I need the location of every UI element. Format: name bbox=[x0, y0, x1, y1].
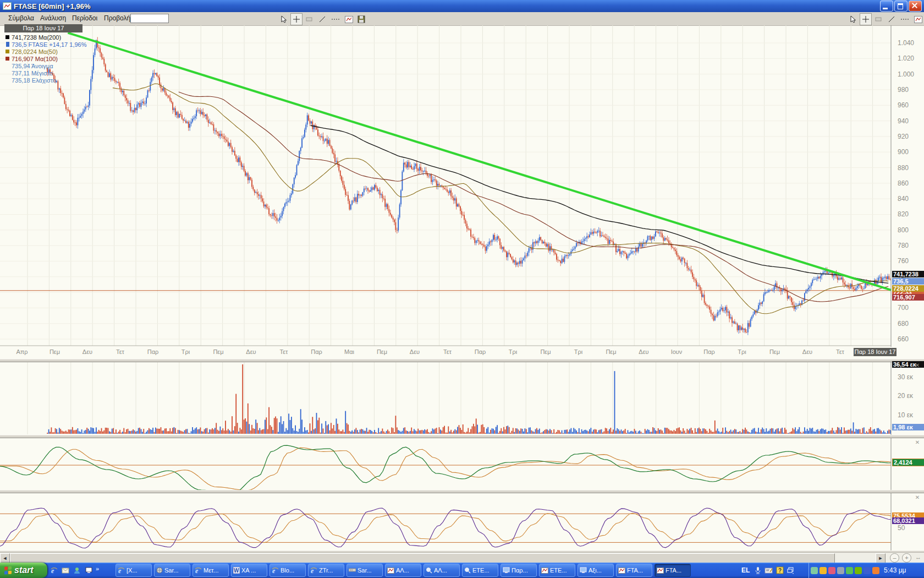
price-tick: 1.000 bbox=[898, 70, 914, 78]
x-label-12: Πεμ bbox=[377, 348, 387, 355]
box-tool[interactable] bbox=[872, 13, 884, 25]
menu-1[interactable]: Σύμβολα bbox=[4, 14, 38, 23]
menu-bar: ΣύμβολαΑνάλυσηΠερίοδοιΠροβολή bbox=[0, 12, 924, 26]
microphone-icon[interactable] bbox=[753, 566, 762, 575]
x-label-23: Τρι bbox=[738, 348, 746, 355]
taskbar-window-button-7[interactable]: Sar... bbox=[346, 564, 383, 577]
window-title: FTASE [60min] +1,96% bbox=[14, 2, 91, 10]
chart-tool[interactable] bbox=[912, 13, 924, 25]
crosshair-tool[interactable] bbox=[860, 13, 872, 25]
close-button[interactable] bbox=[909, 1, 922, 12]
scrollbar-thumb[interactable] bbox=[10, 553, 835, 563]
start-button[interactable]: start bbox=[0, 563, 47, 578]
fit-width-button[interactable]: ↔ bbox=[914, 553, 922, 561]
taskbar-window-button-15[interactable]: FTA... bbox=[654, 564, 691, 577]
scheduler-tray-icon[interactable] bbox=[872, 567, 879, 574]
zoom-out-button[interactable]: – bbox=[890, 553, 899, 563]
oscillator-panel[interactable] bbox=[0, 437, 924, 490]
shield-tray-icon[interactable] bbox=[820, 567, 827, 574]
taskbar-window-button-1[interactable]: e[Χ... bbox=[116, 564, 152, 577]
scroll-right-button[interactable]: ► bbox=[876, 553, 886, 563]
taskbar-window-button-10[interactable]: ΕΤΕ... bbox=[462, 564, 498, 577]
line-tool[interactable] bbox=[316, 13, 328, 25]
status-tray-icon[interactable] bbox=[846, 567, 853, 574]
messenger-icon[interactable] bbox=[72, 565, 82, 576]
taskbar-window-button-14[interactable]: FTA... bbox=[616, 564, 652, 577]
crosshair-tool[interactable] bbox=[290, 13, 302, 25]
volume-tray-icon[interactable] bbox=[837, 567, 844, 574]
menu-3[interactable]: Περίοδοι bbox=[68, 14, 101, 23]
panel-splitter-1[interactable] bbox=[0, 359, 924, 362]
save-tool[interactable] bbox=[355, 13, 367, 25]
oscillator-close-icon[interactable]: ✕ bbox=[914, 439, 921, 446]
taskbar-window-button-13[interactable]: Αξι... bbox=[578, 564, 614, 577]
menu-4[interactable]: Προβολή bbox=[100, 14, 134, 23]
user-tray-icon[interactable] bbox=[811, 567, 818, 574]
menu-2[interactable]: Ανάλυση bbox=[36, 14, 70, 23]
price-value-label: 716,907 bbox=[892, 294, 924, 301]
volume-close-icon[interactable]: ✕ bbox=[914, 362, 921, 369]
chart-tool[interactable] bbox=[343, 13, 355, 25]
globe-icon bbox=[156, 567, 163, 574]
taskbar-window-button-2[interactable]: Sar... bbox=[154, 564, 190, 577]
symbol-search-input[interactable] bbox=[130, 14, 169, 23]
price-tick: 980 bbox=[898, 86, 909, 94]
chart-icon bbox=[657, 568, 664, 574]
language-indicator[interactable]: EL bbox=[741, 566, 750, 574]
language-bar-options-icon[interactable] bbox=[786, 566, 795, 575]
scroll-left-button[interactable]: ◄ bbox=[0, 553, 10, 563]
help-icon[interactable]: ? bbox=[775, 566, 784, 575]
taskbar-window-button-8[interactable]: ΑΛ... bbox=[385, 564, 421, 577]
taskbar-window-button-12[interactable]: ΕΤΕ... bbox=[539, 564, 575, 577]
stochastic-panel[interactable] bbox=[0, 492, 924, 550]
x-label-5: Παρ bbox=[147, 348, 159, 355]
taskbar-window-button-9[interactable]: ΑΛ... bbox=[424, 564, 460, 577]
minimize-button[interactable] bbox=[880, 1, 893, 12]
taskbar-window-button-4[interactable]: WΧΑ ... bbox=[231, 564, 267, 577]
x-label-26: Τετ bbox=[836, 348, 844, 355]
horizontal-scrollbar[interactable]: ◄ ► – + ↔ bbox=[0, 552, 924, 563]
volume-panel[interactable] bbox=[0, 361, 924, 435]
lang-flag-tray-icon[interactable] bbox=[864, 567, 871, 574]
taskbar-window-button-6[interactable]: eZTr... bbox=[308, 564, 344, 577]
nvidia-tray-icon[interactable] bbox=[855, 567, 862, 574]
price-tick: 960 bbox=[898, 101, 909, 109]
ie-icon: e bbox=[272, 567, 279, 574]
price-tick: 760 bbox=[898, 257, 909, 265]
panel-splitter-3[interactable] bbox=[0, 490, 924, 493]
pointer-tool[interactable] bbox=[847, 13, 859, 25]
volume-tick: 10 εκ bbox=[898, 411, 913, 419]
stochastic-close-icon[interactable]: ✕ bbox=[914, 494, 921, 501]
zoom-in-button[interactable]: + bbox=[902, 553, 911, 563]
mail-icon[interactable] bbox=[61, 565, 70, 576]
handwriting-icon[interactable] bbox=[764, 566, 773, 575]
legend-row-5: 735,94 Άνοιγμα bbox=[6, 62, 53, 69]
pointer-tool[interactable] bbox=[278, 13, 290, 25]
price-tick: 860 bbox=[898, 179, 909, 187]
dotted-line-tool[interactable] bbox=[329, 13, 342, 25]
start-button-label: start bbox=[14, 565, 34, 575]
price-tick: 1.040 bbox=[898, 39, 914, 47]
taskbar-window-button-5[interactable]: eBlo... bbox=[270, 564, 306, 577]
toolbar-icon bbox=[349, 568, 356, 573]
x-label-21: Ιουν bbox=[671, 348, 683, 355]
ie-icon[interactable]: e bbox=[49, 565, 59, 576]
price-chart[interactable] bbox=[0, 25, 924, 347]
taskbar-window-button-3[interactable]: eΜετ... bbox=[193, 564, 229, 577]
show-desktop-icon[interactable] bbox=[84, 565, 94, 576]
dotted-line-tool[interactable] bbox=[899, 13, 911, 25]
taskbar-window-button-11[interactable]: Παρ... bbox=[501, 564, 537, 577]
quick-launch-overflow-chevron[interactable]: » bbox=[96, 565, 99, 572]
chart-icon bbox=[541, 568, 548, 574]
taskbar-button-label: FTA... bbox=[627, 567, 643, 574]
legend-text: 735,18 Ελάχιστο bbox=[12, 77, 56, 84]
ohlc-date-tooltip: Παρ 18 Ιουν 17 bbox=[4, 24, 82, 32]
messenger-tray-icon[interactable] bbox=[828, 567, 835, 574]
panel-splitter-2[interactable] bbox=[0, 435, 924, 438]
box-tool[interactable] bbox=[303, 13, 315, 25]
taskbar-clock[interactable]: 5:43 μμ bbox=[884, 566, 906, 574]
line-tool[interactable] bbox=[886, 13, 898, 25]
restore-button[interactable] bbox=[894, 1, 908, 12]
application-window: FTASE [60min] +1,96% ΣύμβολαΑνάλυσηΠερίο… bbox=[0, 0, 924, 578]
window-titlebar: FTASE [60min] +1,96% bbox=[0, 0, 924, 12]
